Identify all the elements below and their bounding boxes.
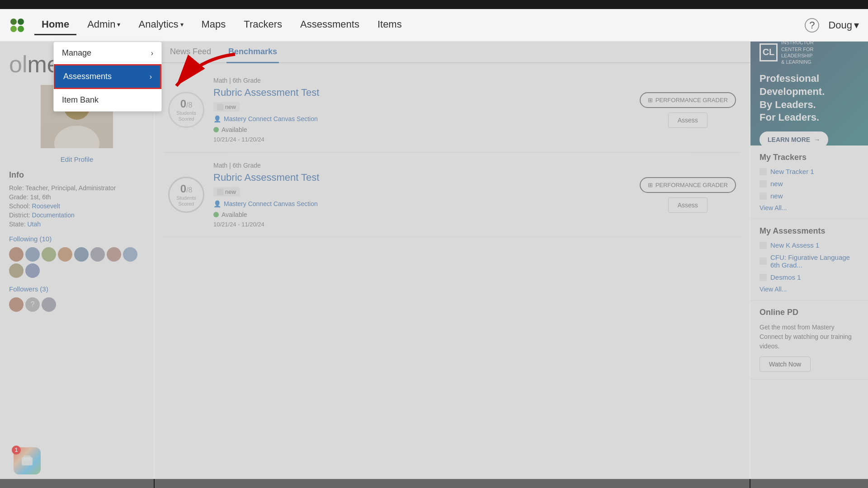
assessment-link-3[interactable]: Desmos 1 [760, 273, 859, 281]
user-menu[interactable]: Doug ▾ [828, 19, 859, 31]
assess-btn-2[interactable]: Assess [668, 197, 708, 213]
score-circle-2: 0 /8 StudentsScored [168, 177, 204, 213]
svg-rect-9 [24, 455, 31, 461]
avatar-2 [25, 247, 40, 262]
right-panel: CL INSTRUCTORCENTER FORLEADERSHIP& LEARN… [750, 42, 868, 488]
following-link[interactable]: Following (10) [9, 235, 145, 243]
assessments-arrow-icon: › [150, 73, 152, 81]
district-row: District: Documentation [9, 211, 145, 219]
help-button[interactable]: ? [805, 18, 819, 33]
profile-info: Info Role: Teacher, Principal, Administr… [9, 170, 145, 228]
assessment-info-2: Math | 6th Grade Rubric Assessment Test … [213, 162, 631, 228]
avatar-4 [58, 247, 72, 262]
school-row: School: Roosevelt [9, 202, 145, 210]
state-link[interactable]: Utah [27, 221, 41, 228]
assessment-link-2[interactable]: CFU: Figurative Language 6th Grad... [760, 253, 859, 269]
navbar: Home Admin ▾ Analytics ▾ Maps Trackers A… [0, 9, 868, 42]
ad-banner: CL INSTRUCTORCENTER FORLEADERSHIP& LEARN… [750, 42, 868, 145]
tracker-icon-2 [760, 180, 767, 188]
edit-profile-link[interactable]: Edit Profile [9, 155, 145, 163]
avatar-10 [25, 263, 40, 278]
performance-grader-btn-1[interactable]: ⊞ PERFORMANCE GRADER [640, 92, 736, 108]
svg-point-0 [10, 19, 17, 25]
trackers-view-all[interactable]: View All... [760, 204, 859, 211]
grader-icon-1: ⊞ [648, 97, 653, 103]
section-link-1[interactable]: 👤 Mastery Connect Canvas Section [213, 115, 631, 122]
assessment-title-1[interactable]: Rubric Assessment Test [213, 87, 631, 99]
ad-cta-button[interactable]: LEARN MORE → [760, 131, 828, 145]
badge-new-2: new [213, 187, 240, 197]
avatar-8 [123, 247, 137, 262]
ad-headline: ProfessionalDevelopment.By Leaders.For L… [760, 72, 859, 124]
state-row: State: Utah [9, 221, 145, 228]
score-circle-1: 0 /8 StudentsScored [168, 92, 204, 128]
avatar-5 [74, 247, 89, 262]
nav-analytics[interactable]: Analytics ▾ [131, 15, 190, 35]
svg-point-1 [18, 19, 24, 25]
ad-logo: CL INSTRUCTORCENTER FORLEADERSHIP& LEARN… [760, 42, 859, 65]
status-dot-1 [213, 127, 219, 132]
badge-new-1: new [213, 102, 240, 112]
tracker-link-3[interactable]: new [760, 192, 859, 200]
follower-3 [42, 297, 56, 312]
status-dot-2 [213, 212, 219, 217]
status-1: Available [213, 126, 631, 133]
following-avatars [9, 247, 145, 278]
ad-logo-text: INSTRUCTORCENTER FORLEADERSHIP& LEARNING [781, 42, 814, 65]
top-bar [0, 0, 868, 9]
avatar-6 [90, 247, 105, 262]
assessment-link-1[interactable]: New K Assess 1 [760, 241, 859, 249]
tab-news-feed[interactable]: News Feed [168, 42, 213, 63]
notification-icon[interactable]: 1 [14, 447, 41, 474]
nav-home[interactable]: Home [34, 15, 76, 35]
admin-dropdown: Manage › Assessments › Item Bank [53, 42, 162, 112]
tracker-icon-1 [760, 168, 767, 175]
assessments-view-all[interactable]: View All... [760, 286, 859, 293]
badge-icon-1 [217, 104, 223, 110]
nav-items: Home Admin ▾ Analytics ▾ Maps Trackers A… [34, 15, 805, 35]
section-link-2[interactable]: 👤 Mastery Connect Canvas Section [213, 200, 631, 207]
tracker-link-2[interactable]: new [760, 180, 859, 188]
app-logo [9, 17, 25, 33]
badge-icon-2 [217, 189, 223, 195]
dropdown-assessments[interactable]: Assessments › [54, 64, 161, 89]
nav-assessments[interactable]: Assessments [293, 15, 367, 35]
section-icon-1: 👤 [213, 115, 221, 122]
school-link[interactable]: Roosevelt [32, 202, 60, 210]
following-section: Following (10) [9, 235, 145, 278]
svg-point-2 [10, 26, 17, 32]
performance-grader-btn-2[interactable]: ⊞ PERFORMANCE GRADER [640, 177, 736, 193]
my-trackers-section: My Trackers New Tracker 1 new new View A… [750, 145, 868, 219]
tracker-link-1[interactable]: New Tracker 1 [760, 168, 859, 175]
assessment-card-2: 0 /8 StudentsScored Math | 6th Grade Rub… [164, 153, 741, 237]
watch-now-button[interactable]: Watch Now [760, 357, 811, 372]
user-chevron-icon: ▾ [854, 19, 859, 31]
online-pd-section: Online PD Get the most from Mastery Conn… [750, 300, 868, 380]
grader-icon-2: ⊞ [648, 182, 653, 188]
nav-admin[interactable]: Admin ▾ [80, 15, 127, 35]
district-link[interactable]: Documentation [32, 211, 75, 219]
assessment-info-1: Math | 6th Grade Rubric Assessment Test … [213, 77, 631, 143]
followers-section: Followers (3) ? [9, 285, 145, 312]
bottom-bar [0, 479, 868, 488]
follower-1 [9, 297, 24, 312]
assessment-title-2[interactable]: Rubric Assessment Test [213, 172, 631, 183]
dropdown-manage[interactable]: Manage › [54, 42, 161, 64]
nav-right: ? Doug ▾ [805, 18, 859, 33]
dropdown-item-bank[interactable]: Item Bank [54, 89, 161, 111]
avatar-1 [9, 247, 24, 262]
notification-widget[interactable]: 1 [14, 447, 41, 474]
grade-row: Grade: 1st, 6th [9, 193, 145, 201]
nav-maps[interactable]: Maps [194, 15, 233, 35]
notification-badge: 1 [12, 446, 21, 455]
role-row: Role: Teacher, Principal, Administrator [9, 184, 145, 192]
follower-avatars: ? [9, 297, 145, 312]
tab-benchmarks[interactable]: Benchmarks [226, 42, 279, 63]
assess-btn-1[interactable]: Assess [668, 113, 708, 128]
analytics-chevron-icon: ▾ [180, 21, 184, 28]
followers-link[interactable]: Followers (3) [9, 285, 145, 293]
section-icon-2: 👤 [213, 200, 221, 207]
nav-trackers[interactable]: Trackers [236, 15, 289, 35]
nav-items[interactable]: Items [370, 15, 409, 35]
avatar-9 [9, 263, 24, 278]
